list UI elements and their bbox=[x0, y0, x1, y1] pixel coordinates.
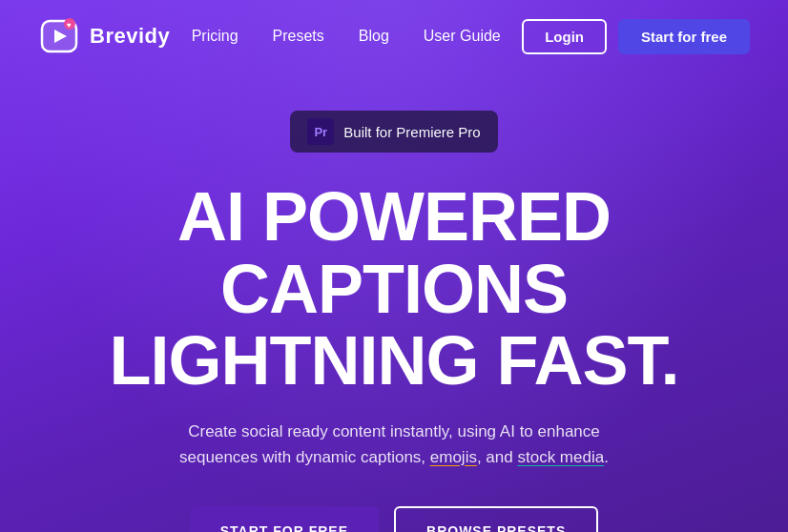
browse-presets-button[interactable]: BROWSE PRESETS bbox=[394, 506, 598, 532]
start-for-free-button[interactable]: Start for free bbox=[618, 19, 750, 54]
headline-line1: AI POWERED CAPTIONS bbox=[177, 178, 611, 327]
hero-subtext: Create social ready content instantly, u… bbox=[165, 419, 623, 470]
emojis-text: emojis bbox=[430, 448, 477, 466]
nav-link-user-guide[interactable]: User Guide bbox=[424, 28, 501, 45]
logo-area[interactable]: ♥ Brevidy bbox=[38, 15, 170, 57]
premiere-badge: Pr Built for Premiere Pro bbox=[290, 111, 497, 153]
navigation: ♥ Brevidy Pricing Presets Blog User Guid… bbox=[0, 0, 788, 72]
logo-name: Brevidy bbox=[90, 24, 170, 49]
logo-icon: ♥ bbox=[38, 15, 80, 57]
premiere-pro-icon: Pr bbox=[307, 118, 334, 145]
nav-buttons: Login Start for free bbox=[522, 19, 750, 54]
hero-section: Pr Built for Premiere Pro AI POWERED CAP… bbox=[0, 72, 788, 532]
start-for-free-cta-button[interactable]: START FOR FREE bbox=[190, 506, 379, 532]
nav-link-blog[interactable]: Blog bbox=[359, 28, 389, 45]
premiere-badge-text: Built for Premiere Pro bbox=[343, 124, 480, 140]
login-button[interactable]: Login bbox=[522, 19, 607, 54]
cta-buttons: START FOR FREE BROWSE PRESETS bbox=[190, 506, 599, 532]
headline-line2: LIGHTNING FAST. bbox=[110, 322, 679, 399]
nav-link-pricing[interactable]: Pricing bbox=[192, 28, 238, 45]
svg-text:♥: ♥ bbox=[67, 21, 72, 30]
stock-media-text: stock media bbox=[517, 448, 604, 466]
nav-link-presets[interactable]: Presets bbox=[273, 28, 324, 45]
nav-links: Pricing Presets Blog User Guide bbox=[192, 28, 501, 45]
headline: AI POWERED CAPTIONS LIGHTNING FAST. bbox=[51, 181, 737, 398]
